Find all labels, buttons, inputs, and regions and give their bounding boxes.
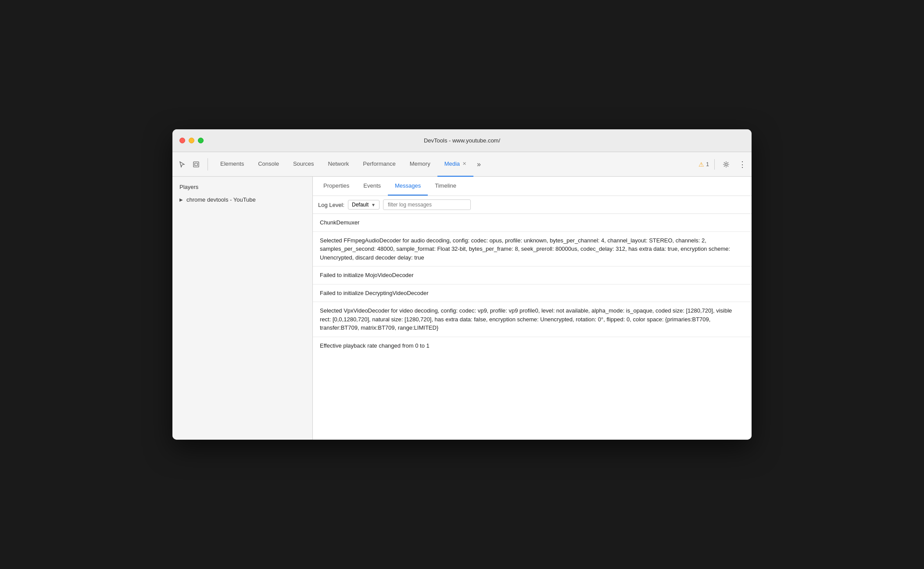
message-text: Failed to initialize MojoVideoDecoder (320, 272, 414, 278)
message-row: Failed to initialize MojoVideoDecoder (313, 267, 752, 284)
tab-media[interactable]: Media ✕ (437, 152, 473, 177)
warning-icon: ⚠ (698, 161, 704, 168)
panel: Properties Events Messages Timeline Log … (313, 177, 752, 440)
tab-console[interactable]: Console (251, 152, 286, 177)
svg-rect-1 (195, 163, 197, 166)
devtools-window: DevTools - www.youtube.com/ Elements Con (172, 129, 752, 440)
sidebar: Players ▶ chrome devtools - YouTube (172, 177, 313, 440)
devtools-toolbar: Elements Console Sources Network Perform… (172, 152, 752, 177)
layers-icon[interactable] (190, 158, 202, 171)
message-row: Selected VpxVideoDecoder for video decod… (313, 302, 752, 337)
log-level-value: Default (352, 202, 369, 208)
tab-sources[interactable]: Sources (286, 152, 321, 177)
svg-rect-0 (193, 162, 199, 167)
message-text: Selected FFmpegAudioDecoder for audio de… (320, 237, 730, 261)
tab-events[interactable]: Events (356, 177, 388, 196)
message-row: Failed to initialize DecryptingVideoDeco… (313, 284, 752, 302)
message-text: ChunkDemuxer (320, 219, 359, 226)
tab-media-close[interactable]: ✕ (462, 161, 466, 167)
log-level-label: Log Level: (318, 202, 344, 208)
sidebar-title: Players (172, 182, 312, 194)
close-button[interactable] (179, 138, 185, 143)
toolbar-right: ⚠ 1 ⋮ (698, 158, 748, 171)
tab-performance[interactable]: Performance (356, 152, 402, 177)
minimize-button[interactable] (189, 138, 194, 143)
message-row: ChunkDemuxer (313, 214, 752, 232)
titlebar: DevTools - www.youtube.com/ (172, 129, 752, 152)
panel-tabs: Properties Events Messages Timeline (313, 177, 752, 196)
tab-messages[interactable]: Messages (388, 177, 428, 196)
tab-network[interactable]: Network (321, 152, 356, 177)
sidebar-item-youtube[interactable]: ▶ chrome devtools - YouTube (172, 194, 312, 206)
window-title: DevTools - www.youtube.com/ (424, 137, 500, 144)
traffic-lights (179, 138, 204, 143)
message-row: Effective playback rate changed from 0 t… (313, 337, 752, 355)
svg-point-2 (725, 163, 727, 165)
warning-badge[interactable]: ⚠ 1 (698, 161, 709, 168)
settings-button[interactable] (720, 158, 732, 171)
tab-properties[interactable]: Properties (316, 177, 356, 196)
expand-arrow-icon: ▶ (179, 197, 183, 202)
maximize-button[interactable] (198, 138, 204, 143)
message-text: Effective playback rate changed from 0 t… (320, 342, 430, 349)
messages-list: ChunkDemuxer Selected FFmpegAudioDecoder… (313, 214, 752, 440)
panel-toolbar: Log Level: Default ▼ (313, 196, 752, 214)
more-options-button[interactable]: ⋮ (736, 158, 748, 171)
log-level-select[interactable]: Default ▼ (348, 200, 380, 210)
chevron-down-icon: ▼ (371, 203, 376, 207)
nav-tabs: Elements Console Sources Network Perform… (213, 152, 698, 177)
cursor-icon[interactable] (176, 158, 188, 171)
more-tabs-button[interactable]: » (473, 152, 484, 177)
tab-timeline[interactable]: Timeline (428, 177, 463, 196)
toolbar-icons (176, 158, 208, 171)
toolbar-divider (714, 159, 715, 170)
tab-memory[interactable]: Memory (403, 152, 437, 177)
warning-count: 1 (706, 161, 709, 167)
main-content: Players ▶ chrome devtools - YouTube Prop… (172, 177, 752, 440)
message-text: Selected VpxVideoDecoder for video decod… (320, 307, 732, 331)
sidebar-item-label: chrome devtools - YouTube (186, 196, 256, 203)
message-text: Failed to initialize DecryptingVideoDeco… (320, 290, 429, 296)
message-row: Selected FFmpegAudioDecoder for audio de… (313, 232, 752, 267)
tab-elements[interactable]: Elements (213, 152, 251, 177)
filter-input[interactable] (383, 199, 471, 210)
